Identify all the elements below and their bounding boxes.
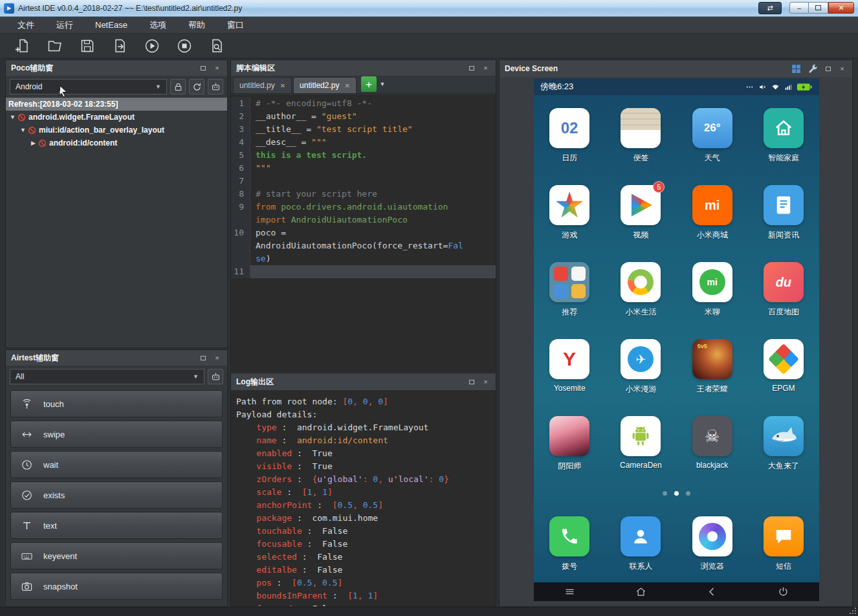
airtest-filter-dropdown[interactable]: All ▼: [10, 369, 204, 384]
app-mistore[interactable]: mi小米商城: [677, 185, 748, 241]
save-button[interactable]: [79, 38, 96, 54]
app-bigfish[interactable]: 大鱼来了: [748, 416, 819, 472]
app-epgm[interactable]: EPGM: [748, 339, 819, 395]
app-blackjack[interactable]: ☠blackjack: [677, 416, 748, 472]
app-weather[interactable]: 26°天气: [677, 108, 748, 164]
tab-untitled.py[interactable]: untitled.py✕: [233, 77, 292, 93]
app-games[interactable]: 游戏: [534, 185, 605, 241]
menu-帮助[interactable]: 帮助: [177, 17, 216, 34]
app-smarthome[interactable]: 智能家庭: [748, 108, 819, 164]
page-dot: [674, 491, 679, 496]
close-panel-button[interactable]: ×: [212, 63, 222, 73]
nav-home-icon[interactable]: [633, 585, 648, 599]
app-video[interactable]: 5视频: [605, 185, 676, 241]
tab-close-icon[interactable]: ✕: [344, 82, 349, 89]
close-panel-button[interactable]: ×: [837, 64, 847, 74]
log-output[interactable]: Path from root node: [0, 0, 0]Payload de…: [231, 390, 496, 606]
text-action-button[interactable]: text: [10, 512, 223, 539]
float-panel-button[interactable]: [467, 63, 476, 73]
tree-node[interactable]: ▼miui:id/action_bar_overlay_layout: [6, 124, 227, 137]
log-line: scale : [1, 1]: [236, 486, 490, 499]
app-camerademo[interactable]: CameraDen: [605, 416, 676, 472]
app-folder[interactable]: 推荐: [534, 262, 605, 318]
close-panel-button[interactable]: ×: [481, 377, 490, 387]
new-script-button[interactable]: [14, 38, 31, 54]
tab-label: untitled.py: [239, 81, 275, 90]
touch-action-button[interactable]: touch: [10, 390, 223, 417]
airtest-panel-header: Airtest辅助窗 ×: [6, 350, 227, 366]
wait-icon: [20, 458, 33, 471]
play-triangle-icon: [628, 193, 653, 217]
tab-untitled2.py[interactable]: untitled2.py✕: [293, 77, 357, 93]
close-panel-button[interactable]: ×: [481, 63, 490, 73]
tree-node[interactable]: ▶android:id/content: [6, 137, 227, 149]
lock-button[interactable]: [170, 79, 186, 94]
app-browser[interactable]: 浏览器: [677, 516, 748, 572]
float-panel-button[interactable]: [198, 63, 208, 73]
tree-expand-arrow[interactable]: ▼: [19, 127, 27, 133]
resize-grip[interactable]: [850, 608, 856, 614]
app-calendar[interactable]: 02日历: [534, 108, 605, 164]
minimize-button[interactable]: –: [789, 2, 809, 14]
tools-wrench-button[interactable]: [807, 63, 819, 74]
stop-button[interactable]: [176, 38, 193, 54]
close-panel-button[interactable]: ×: [212, 353, 222, 363]
code-editor[interactable]: 1# -*- encoding=utf8 -*-2__author__ = "g…: [231, 94, 496, 371]
save-as-button[interactable]: [111, 38, 128, 54]
menu-窗口[interactable]: 窗口: [216, 17, 255, 34]
refresh-button[interactable]: [189, 79, 204, 94]
inspect-robot-button[interactable]: [208, 79, 223, 94]
nav-back-icon[interactable]: [705, 585, 720, 599]
snapshot-action-button[interactable]: snapshot: [10, 573, 223, 600]
menu-文件[interactable]: 文件: [6, 17, 45, 34]
app-yinyangshi[interactable]: 阴阳师: [534, 416, 605, 472]
float-panel-button[interactable]: [823, 64, 833, 74]
poco-mode-dropdown[interactable]: Android ▼: [10, 79, 167, 94]
tab-close-icon[interactable]: ✕: [280, 82, 285, 89]
app-milife[interactable]: 小米生活: [605, 262, 676, 318]
app-yosemite[interactable]: YYosemite: [534, 339, 605, 395]
record-robot-button[interactable]: [208, 369, 223, 384]
app-kingglory[interactable]: 5v5王者荣耀: [677, 339, 748, 395]
mute-status-icon: [758, 82, 767, 91]
app-contacts[interactable]: 联系人: [605, 516, 676, 572]
swipe-action-button[interactable]: swipe: [10, 421, 223, 448]
app-michat[interactable]: mi米聊: [677, 262, 748, 318]
device-mirror[interactable]: 傍晚6:23 02日历便签26°天气智能家庭游戏5视频mi小米商城新闻资讯推荐小…: [534, 78, 819, 601]
close-button[interactable]: ✕: [828, 2, 854, 14]
float-panel-button[interactable]: [467, 377, 476, 387]
app-logo-icon: ▶: [4, 3, 14, 14]
exists-action-button[interactable]: exists: [10, 481, 223, 509]
log-panel-header: Log输出区 ×: [231, 373, 496, 390]
menu-NetEase[interactable]: NetEase: [84, 17, 138, 34]
log-line: anchorPoint : [0.5, 0.5]: [236, 499, 490, 512]
tree-expand-arrow[interactable]: ▼: [8, 114, 17, 120]
float-panel-button[interactable]: [198, 353, 208, 363]
menu-选项[interactable]: 选项: [138, 17, 177, 34]
tab-list-dropdown[interactable]: ▼: [377, 76, 388, 92]
nav-power-icon[interactable]: [776, 585, 791, 599]
app-dialer[interactable]: 拨号: [534, 516, 605, 572]
app-baidumap[interactable]: du百度地图: [748, 262, 819, 318]
tree-expand-arrow[interactable]: ▶: [29, 140, 38, 146]
maximize-button[interactable]: [809, 2, 828, 14]
app-miroaming[interactable]: ✈小米漫游: [605, 339, 676, 395]
open-button[interactable]: [47, 38, 63, 54]
tree-refresh-row[interactable]: Refresh:[2018-03-02 18:23:55]: [6, 98, 227, 111]
tree-node[interactable]: ▼android.widget.FrameLayout: [6, 111, 227, 124]
nav-menu-icon[interactable]: [562, 585, 577, 599]
no-entry-icon: [38, 139, 47, 148]
wait-action-button[interactable]: wait: [10, 451, 223, 478]
app-label: 新闻资讯: [768, 230, 799, 241]
menu-运行[interactable]: 运行: [45, 17, 84, 34]
app-messages[interactable]: 短信: [748, 516, 819, 572]
app-news[interactable]: 新闻资讯: [748, 185, 819, 241]
app-notes[interactable]: 便签: [605, 108, 676, 164]
keyboard-grid-button[interactable]: [790, 63, 802, 74]
keyevent-action-button[interactable]: keyevent: [10, 542, 223, 569]
run-button[interactable]: [144, 38, 160, 54]
new-tab-button[interactable]: +: [361, 76, 377, 92]
phone-home-screen[interactable]: 02日历便签26°天气智能家庭游戏5视频mi小米商城新闻资讯推荐小米生活mi米聊…: [534, 95, 819, 582]
find-button[interactable]: [208, 38, 225, 54]
compat-toggle-button[interactable]: ⇄: [758, 2, 782, 14]
